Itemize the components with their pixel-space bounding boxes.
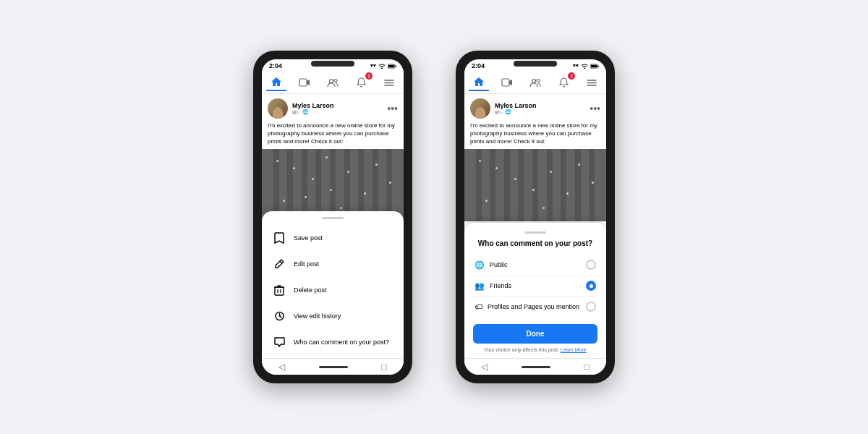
- option-public[interactable]: 🌐 Public: [473, 255, 597, 276]
- post-username-right: Myles Larson: [495, 102, 585, 109]
- post-text-left: I'm excited to announce a new online sto…: [262, 122, 404, 149]
- nav-home-left[interactable]: [266, 74, 286, 91]
- status-icons-right: ▾▾: [573, 63, 599, 69]
- sheet-handle-right: [524, 231, 546, 234]
- privacy-icon-right: 🌐: [505, 109, 511, 115]
- post-header-right: Myles Larson 8h · 🌐 •••: [464, 94, 606, 122]
- svg-line-9: [280, 261, 282, 263]
- history-icon: [272, 309, 286, 323]
- phone-right: 2:04 ▾▾: [456, 51, 615, 383]
- home-bar-right[interactable]: [522, 366, 550, 368]
- svg-rect-17: [598, 65, 600, 67]
- nav-bar-left: 2: [262, 71, 404, 94]
- disclaimer-text: Your choice only affects this post. Lear…: [473, 347, 597, 352]
- radio-friends[interactable]: [586, 281, 596, 291]
- back-btn-right[interactable]: ◁: [481, 362, 488, 372]
- signal-icon: ▾▾: [370, 63, 376, 69]
- home-bar-left[interactable]: [319, 366, 348, 368]
- menu-label-edit: Edit post: [294, 260, 319, 268]
- svg-point-20: [537, 79, 540, 82]
- nav-bar-right: 2: [464, 71, 606, 94]
- pencil-icon: [272, 257, 286, 271]
- option-friends-label: Friends: [490, 282, 511, 289]
- bottom-sheet-left: Save post Edit post Delete post: [262, 211, 404, 358]
- radio-public[interactable]: [586, 260, 596, 270]
- post-meta-left: 8h · 🌐: [292, 109, 383, 115]
- post-right: Myles Larson 8h · 🌐 ••• I'm excited to a…: [464, 94, 606, 358]
- post-header-left: Myles Larson 8h · 🌐 •••: [262, 94, 404, 122]
- option-public-label: Public: [490, 261, 508, 268]
- option-profiles[interactable]: 🏷 Profiles and Pages you mention: [473, 297, 597, 317]
- battery-icon: [388, 64, 396, 69]
- sheet-handle-left: [322, 217, 344, 219]
- bottom-nav-left: ◁ □: [262, 358, 404, 375]
- phone-left-screen: 2:04 ▾▾: [262, 59, 404, 375]
- nav-bell-right[interactable]: 2: [553, 74, 574, 91]
- svg-point-5: [334, 79, 337, 82]
- comment-dialog: Who can comment on your post? 🌐 Public 👥: [464, 223, 606, 358]
- menu-label-save: Save post: [294, 234, 323, 242]
- battery-icon-right: [590, 64, 599, 69]
- nav-home-right[interactable]: [469, 74, 489, 91]
- menu-item-edit[interactable]: Edit post: [262, 251, 404, 277]
- menu-item-save[interactable]: Save post: [262, 225, 404, 251]
- wifi-icon-right: [581, 63, 588, 69]
- option-friends[interactable]: 👥 Friends: [473, 276, 597, 297]
- status-bar-left: 2:04 ▾▾: [262, 59, 404, 71]
- post-text-right: I'm excited to announce a new online sto…: [464, 122, 606, 149]
- avatar-right: [470, 98, 490, 119]
- radio-profiles[interactable]: [586, 302, 596, 312]
- profiles-icon: 🏷: [475, 302, 482, 311]
- svg-rect-1: [388, 65, 394, 67]
- svg-rect-18: [502, 79, 509, 86]
- avatar-left: [268, 98, 288, 119]
- menu-item-history[interactable]: View edit history: [262, 303, 404, 329]
- bell-badge-left: 2: [365, 72, 373, 80]
- phones-container: 2:04 ▾▾: [253, 51, 615, 383]
- recent-btn-left[interactable]: □: [381, 362, 386, 372]
- privacy-icon-left: 🌐: [302, 109, 309, 115]
- svg-rect-10: [275, 287, 284, 295]
- menu-item-comment[interactable]: Who can comment on your post?: [262, 329, 404, 355]
- menu-item-delete[interactable]: Delete post: [262, 277, 404, 303]
- svg-point-4: [329, 79, 333, 82]
- post-user-info-left: Myles Larson 8h · 🌐: [292, 102, 383, 115]
- nav-people-left[interactable]: [323, 74, 343, 91]
- status-bar-right: 2:04 ▾▾: [464, 59, 606, 71]
- dialog-title: Who can comment on your post?: [473, 239, 597, 247]
- status-time-left: 2:04: [269, 62, 282, 69]
- nav-people-right[interactable]: [525, 74, 545, 91]
- menu-label-history: View edit history: [294, 312, 341, 320]
- post-username-left: Myles Larson: [292, 102, 383, 109]
- post-meta-right: 8h · 🌐: [495, 109, 585, 115]
- people-dots-left: [262, 149, 404, 221]
- post-image-right: [464, 149, 606, 221]
- nav-menu-right[interactable]: [582, 74, 602, 91]
- status-time-right: 2:04: [472, 62, 485, 69]
- recent-btn-right[interactable]: □: [584, 362, 589, 372]
- people-dots-right: [464, 149, 606, 221]
- bookmark-icon: [272, 231, 286, 245]
- trash-icon: [272, 283, 286, 297]
- phone-right-screen: 2:04 ▾▾: [464, 59, 606, 375]
- learn-more-link[interactable]: Learn More: [561, 347, 587, 352]
- bottom-nav-right: ◁ □: [464, 358, 606, 375]
- status-icons-left: ▾▾: [370, 63, 396, 69]
- back-btn-left[interactable]: ◁: [278, 362, 285, 372]
- more-btn-left[interactable]: •••: [387, 103, 398, 114]
- nav-bell-left[interactable]: 2: [351, 74, 371, 91]
- done-button[interactable]: Done: [473, 324, 597, 344]
- signal-icon-right: ▾▾: [573, 63, 579, 69]
- post-left: Myles Larson 8h · 🌐 ••• I'm excited to a…: [262, 94, 404, 358]
- post-image-left: [262, 149, 404, 221]
- menu-label-comment: Who can comment on your post?: [294, 339, 389, 346]
- nav-video-right[interactable]: [497, 74, 517, 91]
- public-icon: 🌐: [475, 260, 485, 270]
- nav-menu-left[interactable]: [379, 74, 399, 91]
- post-user-info-right: Myles Larson 8h · 🌐: [495, 102, 585, 115]
- phone-left: 2:04 ▾▾: [253, 51, 412, 383]
- nav-video-left[interactable]: [294, 74, 315, 91]
- more-btn-right[interactable]: •••: [590, 103, 600, 114]
- option-profiles-label: Profiles and Pages you mention: [488, 303, 579, 310]
- svg-rect-16: [591, 65, 597, 67]
